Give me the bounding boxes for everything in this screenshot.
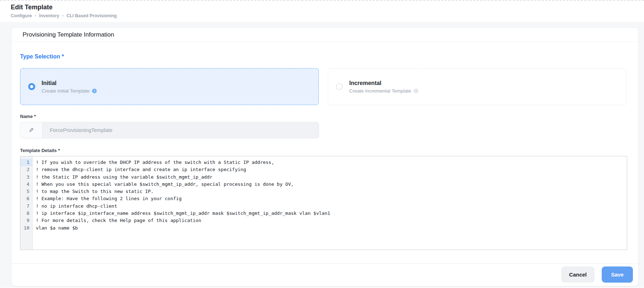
save-button[interactable]: Save [602, 266, 633, 283]
line-number: 9 [20, 217, 32, 224]
pencil-icon: ✎ [29, 127, 34, 134]
radio-incremental[interactable] [336, 83, 343, 90]
code-line: ! to map the Switch to this new static I… [36, 188, 627, 195]
breadcrumb-separator: - [62, 13, 63, 18]
line-number: 6 [20, 195, 32, 202]
page-title: Edit Template [11, 4, 633, 11]
template-details-editor[interactable]: 1 2 3 4 5 6 7 8 9 10 ! If you wish to ov… [20, 156, 627, 250]
card-footer: Cancel Save [11, 263, 638, 286]
code-line: ! ip interface $ip_interface_name addres… [36, 210, 627, 217]
type-card-incremental-texts: Incremental Create Incremental Template … [349, 80, 418, 94]
breadcrumb-inventory[interactable]: Inventory [39, 13, 59, 18]
code-line: vlan $a name $b [36, 225, 627, 232]
type-card-incremental-subtitle: Create Incremental Template ! [349, 88, 418, 94]
name-field-group: Name * ✎ ForceProvisioningTemplate [20, 114, 626, 138]
line-number: 8 [20, 210, 32, 217]
radio-initial[interactable] [28, 83, 35, 90]
card-body: Type Selection * Initial Create Initial … [11, 42, 638, 263]
info-icon[interactable]: ! [414, 89, 418, 93]
type-selection-label: Type Selection * [20, 53, 626, 60]
type-card-initial-title: Initial [42, 80, 97, 86]
cancel-button[interactable]: Cancel [561, 266, 595, 283]
type-card-incremental[interactable]: Incremental Create Incremental Template … [328, 68, 626, 105]
editor-line-number-gutter: 1 2 3 4 5 6 7 8 9 10 [20, 156, 33, 250]
breadcrumb-separator: - [35, 13, 36, 18]
page-header: Edit Template Configure - Inventory - CL… [0, 1, 644, 22]
line-number: 2 [20, 166, 32, 173]
info-icon[interactable]: ! [92, 89, 97, 93]
line-number: 5 [20, 188, 32, 195]
breadcrumb-cli-based-provisioning[interactable]: CLI Based Provisioning [67, 13, 117, 18]
type-card-initial-subtitle-text: Create Initial Template [42, 88, 90, 94]
provisioning-template-card: Provisioning Template Information Type S… [11, 27, 639, 286]
code-line: ! Example: Have the following 2 lines in… [36, 195, 627, 202]
type-card-initial-texts: Initial Create Initial Template ! [42, 80, 97, 94]
name-input[interactable]: ✎ ForceProvisioningTemplate [20, 122, 319, 138]
line-number: 1 [20, 159, 32, 166]
line-number: 10 [20, 225, 32, 232]
name-input-icon-cell: ✎ [20, 122, 43, 138]
type-card-initial[interactable]: Initial Create Initial Template ! [20, 68, 319, 105]
editor-code-area[interactable]: ! If you wish to override the DHCP IP ad… [33, 156, 627, 250]
type-card-incremental-subtitle-text: Create Incremental Template [349, 88, 411, 94]
name-field-label: Name * [20, 114, 626, 119]
line-number: 3 [20, 174, 32, 181]
type-card-incremental-title: Incremental [349, 80, 418, 86]
breadcrumb: Configure - Inventory - CLI Based Provis… [11, 13, 633, 18]
name-input-value: ForceProvisioningTemplate [43, 122, 112, 138]
breadcrumb-configure[interactable]: Configure [11, 13, 32, 18]
template-details-group: Template Details * 1 2 3 4 5 6 7 8 9 10 [20, 148, 626, 250]
content-area: Provisioning Template Information Type S… [0, 22, 644, 288]
line-number: 7 [20, 203, 32, 210]
code-line: ! For more details, check the Help page … [36, 217, 627, 224]
card-header: Provisioning Template Information [11, 28, 638, 42]
code-line: ! the Static IP address using the variab… [36, 174, 627, 181]
code-line: ! remove the dhcp-client ip interface an… [36, 166, 627, 173]
card-title: Provisioning Template Information [23, 31, 630, 38]
code-line: ! no ip interface dhcp-client [36, 203, 627, 210]
template-details-label: Template Details * [20, 148, 626, 153]
type-card-initial-subtitle: Create Initial Template ! [42, 88, 97, 94]
code-line: ! If you wish to override the DHCP IP ad… [36, 159, 627, 166]
line-number: 4 [20, 181, 32, 188]
type-selection-group: Initial Create Initial Template ! Increm… [20, 68, 626, 105]
code-line: ! When you use this special variable $sw… [36, 181, 627, 188]
